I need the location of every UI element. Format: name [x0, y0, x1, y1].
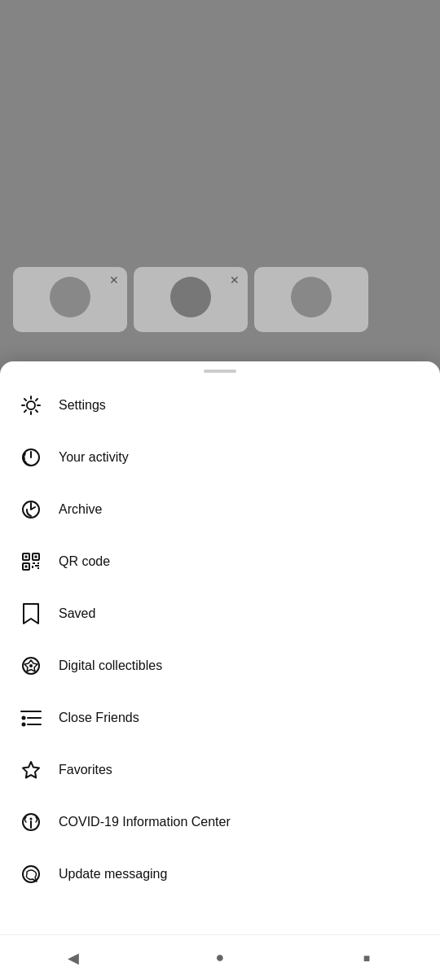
discover-avatar-2: [170, 277, 211, 317]
your-activity-label: Your activity: [59, 450, 129, 465]
archive-icon: [20, 498, 42, 521]
sheet-handle: [0, 361, 440, 376]
favorites-icon: [20, 759, 42, 781]
qr-code-label: QR code: [59, 554, 110, 569]
menu-item-archive[interactable]: Archive: [0, 483, 440, 536]
discover-card-2: ✕: [134, 267, 248, 332]
close-friends-label: Close Friends: [59, 711, 139, 725]
digital-collectibles-label: Digital collectibles: [59, 658, 162, 673]
svg-rect-19: [25, 566, 28, 568]
discover-card-3: [254, 267, 368, 332]
menu-item-settings[interactable]: Settings: [0, 379, 440, 431]
qr-icon: [20, 550, 42, 573]
menu-item-covid[interactable]: COVID-19 Information Center: [0, 796, 440, 848]
settings-icon: [20, 394, 42, 417]
menu-item-close-friends[interactable]: Close Friends: [0, 692, 440, 744]
menu-item-saved[interactable]: Saved: [0, 588, 440, 640]
discover-avatar-1: [50, 277, 90, 317]
discover-card-1: ✕: [13, 267, 127, 332]
back-icon: ◀: [68, 949, 79, 967]
back-button[interactable]: ◀: [53, 942, 94, 974]
menu-item-digital-collectibles[interactable]: Digital collectibles: [0, 640, 440, 692]
home-icon: ●: [216, 949, 225, 966]
recents-button[interactable]: ■: [346, 942, 387, 974]
menu-item-update-messaging[interactable]: Update messaging: [0, 848, 440, 900]
recents-icon: ■: [363, 952, 370, 965]
bottom-sheet: Settings Your activity Arc: [0, 361, 440, 980]
menu-item-your-activity[interactable]: Your activity: [0, 431, 440, 483]
covid-info-label: COVID-19 Information Center: [59, 815, 231, 829]
update-messaging-label: Update messaging: [59, 867, 167, 882]
close-friends-icon: [20, 707, 42, 729]
messaging-icon: [20, 863, 42, 886]
dismiss-card-2[interactable]: ✕: [227, 272, 243, 288]
activity-icon: [20, 446, 42, 469]
collectibles-icon: [20, 654, 42, 677]
home-button[interactable]: ●: [200, 942, 240, 974]
svg-point-28: [22, 716, 26, 720]
saved-label: Saved: [59, 606, 95, 621]
favorites-label: Favorites: [59, 763, 112, 777]
handle-bar: [204, 370, 236, 373]
menu-list: Settings Your activity Arc: [0, 376, 440, 903]
svg-rect-17: [25, 556, 28, 558]
saved-icon: [20, 602, 42, 625]
archive-label: Archive: [59, 502, 102, 517]
svg-point-33: [30, 818, 33, 820]
menu-item-qr-code[interactable]: QR code: [0, 536, 440, 588]
discover-avatar-3: [291, 277, 332, 317]
dismiss-card-1[interactable]: ✕: [106, 272, 122, 288]
svg-point-11: [27, 401, 35, 409]
menu-item-favorites[interactable]: Favorites: [0, 744, 440, 796]
svg-point-26: [29, 664, 33, 667]
bottom-nav: ◀ ● ■: [0, 934, 440, 980]
svg-point-29: [22, 723, 26, 727]
covid-icon: [20, 811, 42, 833]
settings-label: Settings: [59, 398, 106, 413]
svg-rect-18: [35, 556, 37, 558]
